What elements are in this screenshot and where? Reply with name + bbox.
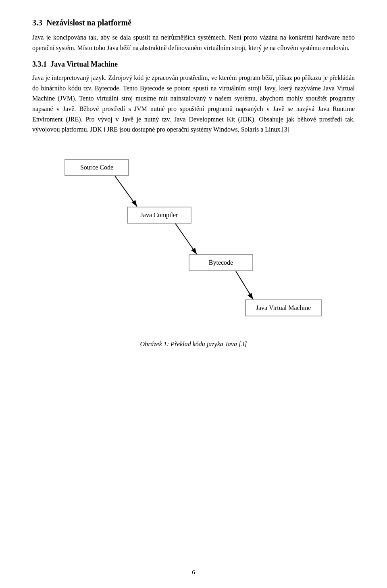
svg-marker-1 xyxy=(131,200,137,207)
svg-line-4 xyxy=(236,271,253,299)
svg-line-0 xyxy=(115,176,137,207)
section-33-heading: 3.3 Nezávislost na platformě xyxy=(32,16,355,29)
diagram-box-bytecode: Bytecode xyxy=(189,254,253,271)
section-331-heading: 3.3.1 Java Virtual Machine xyxy=(32,60,355,69)
diagram-caption-text: Obrázek 1: Překlad kódu jazyka Java [3] xyxy=(140,341,247,347)
diagram-area: Source Code Java Compiler Bytecode Java … xyxy=(52,147,335,333)
diagram-box-jvm-label: Java Virtual Machine xyxy=(256,304,311,311)
page-number: 6 xyxy=(0,569,387,576)
paragraph-2: Java je interpretovaný jazyk. Zdrojový k… xyxy=(32,73,355,135)
diagram-box-compiler-label: Java Compiler xyxy=(141,211,178,218)
page-number-value: 6 xyxy=(192,569,195,575)
diagram-box-compiler: Java Compiler xyxy=(127,207,191,224)
page: 3.3 Nezávislost na platformě Java je kon… xyxy=(0,0,387,588)
section-33-title: Nezávislost na platformě xyxy=(46,18,131,27)
paragraph-1: Java je koncipována tak, aby se dala spu… xyxy=(32,32,355,53)
svg-line-2 xyxy=(175,224,197,254)
diagram-box-bytecode-label: Bytecode xyxy=(209,259,233,266)
section-33-number: 3.3 xyxy=(32,18,42,27)
diagram-box-jvm: Java Virtual Machine xyxy=(245,299,322,316)
svg-marker-3 xyxy=(191,248,197,254)
diagram-caption: Obrázek 1: Překlad kódu jazyka Java [3] xyxy=(32,341,355,348)
diagram-box-source-label: Source Code xyxy=(80,164,113,171)
section-331-label: 3.3.1 Java Virtual Machine xyxy=(32,60,118,68)
svg-marker-5 xyxy=(248,293,253,299)
diagram-box-source: Source Code xyxy=(64,159,129,176)
